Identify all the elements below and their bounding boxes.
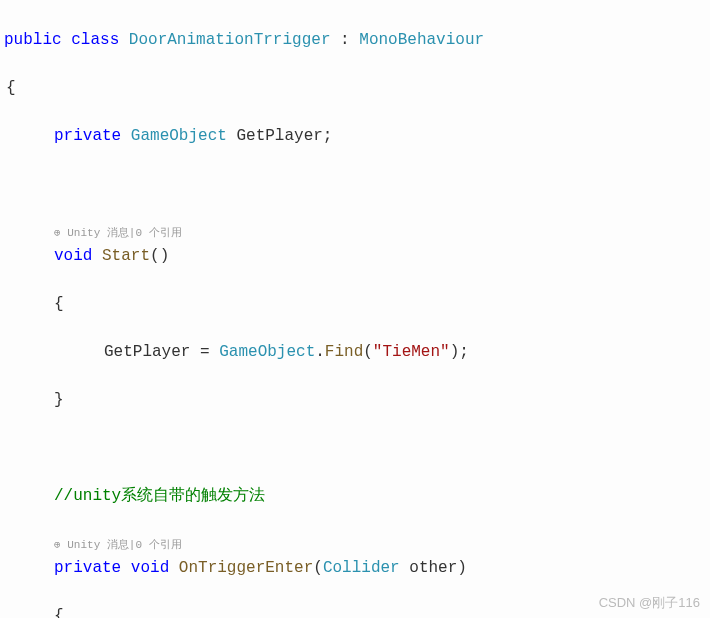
code-line: public class DoorAnimationTrrigger : Mon… (4, 28, 710, 52)
code-line: //unity系统自带的触发方法 (4, 484, 710, 508)
code-lens: ⊕ Unity 消息|0 个引用 (4, 539, 182, 551)
code-line: { (4, 76, 710, 100)
code-line: private void OnTriggerEnter(Collider oth… (4, 556, 710, 580)
code-line: { (4, 292, 710, 316)
code-lens: ⊕ Unity 消息|0 个引用 (4, 227, 182, 239)
blank-line (4, 436, 710, 460)
code-line: void Start() (4, 244, 710, 268)
code-block: public class DoorAnimationTrrigger : Mon… (0, 0, 710, 618)
blank-line (4, 172, 710, 196)
code-line: GetPlayer = GameObject.Find("TieMen"); (4, 340, 710, 364)
code-line: } (4, 388, 710, 412)
watermark: CSDN @刚子116 (599, 593, 700, 613)
code-line: private GameObject GetPlayer; (4, 124, 710, 148)
